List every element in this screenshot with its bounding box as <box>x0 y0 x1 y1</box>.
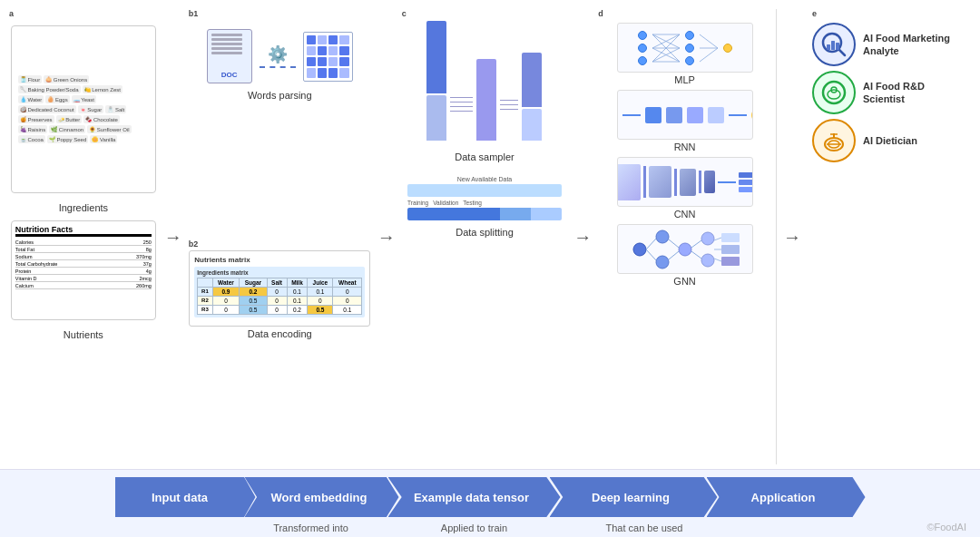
ingr-poppyseed: 🌱 Poppy Seed <box>47 135 88 143</box>
app-dietician: AI Dietician <box>812 119 971 162</box>
rnn-input <box>617 109 619 122</box>
sampler-bar-3a <box>522 53 542 107</box>
svg-rect-34 <box>836 43 839 50</box>
new-data-label: New Available Data <box>457 176 513 182</box>
sublabel-1: Transformed into <box>234 522 388 533</box>
arrow-b-to-c: → <box>376 9 397 464</box>
flow-label-tensor: Example data tensor <box>403 491 545 504</box>
column-e: e AI Food MarketingAnalyte <box>808 9 971 464</box>
b2-label: b2 <box>189 239 199 249</box>
matrix-container: Nutrients matrix Ingredients matrix Wate… <box>189 250 370 327</box>
ingr-flour: 🫙 Flour <box>18 75 42 83</box>
section-label-c: c <box>402 9 407 18</box>
ingr-preserves: 🍯 Preserves <box>18 115 54 123</box>
cnn-conv2 <box>680 169 696 196</box>
model-mlp: MLP <box>617 23 753 85</box>
split-bar-test <box>531 208 562 220</box>
bottom-banner: Input data Word embedding Example data t… <box>0 469 980 537</box>
flow-step-embedding: Word embedding <box>245 477 399 517</box>
new-data-bar <box>407 184 562 197</box>
arrow-d-to-e: → <box>781 9 803 464</box>
svg-line-9 <box>700 34 718 48</box>
app-marketing: AI Food MarketingAnalyte <box>812 23 971 66</box>
gear-icon: ⚙️ <box>260 44 296 68</box>
flow-label-input: Input data <box>146 491 224 504</box>
watermark: ©FoodAI <box>926 522 966 532</box>
doc-label: DOC <box>221 71 238 79</box>
ingr-greenonions: 🧅 Green Onions <box>44 75 89 83</box>
split-bar-train <box>407 208 500 220</box>
data-splitting-vis: New Available Data Training Validation T… <box>407 176 562 220</box>
svg-rect-26 <box>721 257 740 266</box>
rnn-cell2 <box>666 107 682 123</box>
section-label-e: e <box>812 9 817 18</box>
matrix-inner-title: Ingredients matrix <box>197 269 362 276</box>
model-cnn: CNN <box>617 157 753 220</box>
nutrition-row-fat: Total Fat8g <box>15 246 152 253</box>
svg-point-13 <box>656 230 669 243</box>
flow-step-tensor: Example data tensor <box>388 477 561 517</box>
ingr-vanilla: 🌼 Vanilla <box>90 135 117 143</box>
dietician-icon <box>812 119 856 162</box>
gnn-label: GNN <box>673 276 695 287</box>
cnn-vis <box>617 157 753 207</box>
ingr-raisins: 🍇 Raisins <box>18 125 47 133</box>
svg-line-20 <box>669 239 679 248</box>
rnn-label: RNN <box>674 142 696 152</box>
flow-label-application: Application <box>740 491 832 504</box>
sampler-bar-group-1 <box>426 21 446 141</box>
ingredients-list: 🫙 Flour 🧅 Green Onions 🥄 Baking Powder/S… <box>15 73 152 146</box>
sublabel-3: That can be used <box>561 522 729 533</box>
svg-rect-25 <box>721 245 740 254</box>
ingr-water: 💧 Water <box>18 95 44 103</box>
svg-line-22 <box>691 240 701 248</box>
svg-point-16 <box>701 232 714 245</box>
flow-step-application: Application <box>707 477 866 517</box>
column-d: d <box>598 9 777 464</box>
sampler-bar-group-3 <box>522 53 542 141</box>
app-rnd: AI Food R&DScientist <box>812 71 971 114</box>
arrow-a-to-b: → <box>162 9 184 464</box>
cnn-conv3 <box>704 171 715 193</box>
cnn-input-layer <box>617 164 641 200</box>
mlp-connections-2 <box>700 30 718 66</box>
sampler-bar-3b <box>522 109 542 141</box>
column-b: b1 DOC ⚙️ <box>189 9 371 464</box>
svg-point-17 <box>701 254 714 267</box>
mlp-vis <box>617 23 753 73</box>
ingr-coconut: 🥥 Dedicated Coconut <box>18 105 76 113</box>
ingr-eggs: 🥚 Eggs <box>45 95 69 103</box>
ingr-cocoa: 🍵 Cocoa <box>18 135 45 143</box>
ingr-chocolate: 🍫 Chocolate <box>83 115 120 123</box>
parse-grid-icon <box>303 32 353 82</box>
sampler-bar-group-2 <box>476 59 496 141</box>
nutrition-row-calories: Calories250 <box>15 239 152 246</box>
svg-point-12 <box>633 243 646 256</box>
dietician-label: AI Dietician <box>863 134 917 147</box>
svg-line-21 <box>669 251 679 259</box>
nutrition-row-calcium: Calcium260mg <box>15 282 152 289</box>
svg-point-15 <box>679 243 691 256</box>
b1-label: b1 <box>189 9 199 18</box>
data-sampler-vis <box>426 32 542 141</box>
data-sampler-label: Data sampler <box>455 151 514 162</box>
flow-sublabels-row: Transformed into Applied to train That c… <box>9 521 971 533</box>
nutrition-row-vitamin: Vitamin D2mcg <box>15 275 152 282</box>
data-splitting-label: Data splitting <box>456 227 514 238</box>
mlp-connections <box>652 30 680 66</box>
mlp-label: MLP <box>674 74 695 85</box>
column-a: a 🫙 Flour 🧅 Green Onions 🥄 Baking Powder… <box>9 9 158 464</box>
flow-label-embedding: Word embedding <box>260 491 384 504</box>
nutrients-label: Nutrients <box>64 329 103 340</box>
column-c: c <box>402 9 567 464</box>
svg-line-27 <box>714 238 721 240</box>
sampler-bar-1a <box>426 21 446 93</box>
svg-rect-33 <box>831 41 835 50</box>
rnn-cell3 <box>687 107 703 123</box>
split-bar-val <box>500 208 531 220</box>
svg-line-29 <box>714 259 721 261</box>
b1-title: Words parsing <box>248 90 312 101</box>
matrix-table: Water Sugar Salt Milk Juice Wheat <box>197 278 362 315</box>
gnn-svg <box>622 228 749 271</box>
svg-rect-24 <box>721 233 740 242</box>
